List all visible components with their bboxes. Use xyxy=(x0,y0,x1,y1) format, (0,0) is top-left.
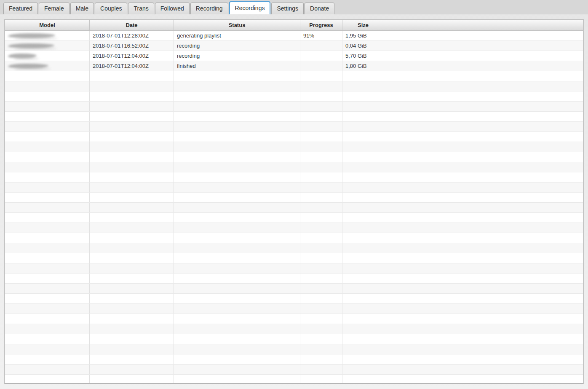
cell-size xyxy=(342,152,384,162)
cell-filler xyxy=(384,274,583,283)
cell-status xyxy=(174,193,300,202)
tab-couples[interactable]: Couples xyxy=(95,3,127,14)
cell-progress xyxy=(300,365,342,374)
column-header-model[interactable]: Model xyxy=(5,20,90,30)
cell-model xyxy=(5,365,90,374)
cell-progress xyxy=(300,274,342,283)
cell-progress xyxy=(300,41,342,51)
cell-progress xyxy=(300,61,342,71)
cell-progress xyxy=(300,102,342,111)
tab-female[interactable]: Female xyxy=(39,3,69,14)
tab-recording[interactable]: Recording xyxy=(190,3,228,14)
cell-status xyxy=(174,304,300,314)
cell-progress xyxy=(300,132,342,142)
table-row[interactable] xyxy=(5,294,583,304)
cell-filler xyxy=(384,132,583,142)
cell-date xyxy=(90,213,174,223)
column-header-size[interactable]: Size xyxy=(342,20,384,30)
table-row[interactable] xyxy=(5,354,583,365)
table-row[interactable] xyxy=(5,253,583,263)
cell-model xyxy=(5,233,90,243)
table-row[interactable] xyxy=(5,314,583,324)
cell-status xyxy=(174,142,300,152)
tab-featured[interactable]: Featured xyxy=(3,3,38,14)
cell-date xyxy=(90,193,174,202)
cell-progress xyxy=(300,91,342,101)
cell-status xyxy=(174,253,300,263)
cell-status xyxy=(174,122,300,131)
cell-progress xyxy=(300,81,342,91)
table-row[interactable] xyxy=(5,324,583,334)
table-row[interactable]: 2018-07-01T16:52:00Zrecording0,04 GiB xyxy=(5,41,583,51)
cell-status xyxy=(174,112,300,121)
cell-progress xyxy=(300,354,342,364)
table-row[interactable] xyxy=(5,274,583,284)
table-row[interactable] xyxy=(5,223,583,233)
tab-recordings[interactable]: Recordings xyxy=(229,1,271,14)
cell-progress xyxy=(300,243,342,253)
table-row[interactable] xyxy=(5,213,583,223)
table-row[interactable] xyxy=(5,91,583,102)
table-row[interactable] xyxy=(5,193,583,203)
cell-size xyxy=(342,122,384,131)
table-row[interactable] xyxy=(5,233,583,243)
table-row[interactable] xyxy=(5,102,583,112)
column-header-status[interactable]: Status xyxy=(174,20,300,30)
table-row[interactable] xyxy=(5,243,583,253)
cell-status xyxy=(174,71,300,81)
table-row[interactable] xyxy=(5,81,583,91)
tab-followed[interactable]: Followed xyxy=(155,3,190,14)
cell-filler xyxy=(384,142,583,152)
cell-date: 2018-07-01T12:04:00Z xyxy=(90,61,174,71)
table-row[interactable] xyxy=(5,152,583,162)
cell-filler xyxy=(384,344,583,354)
table-row[interactable]: 2018-07-01T12:04:00Zrecording5,70 GiB xyxy=(5,51,583,61)
tab-donate[interactable]: Donate xyxy=(305,3,334,14)
table-row[interactable] xyxy=(5,263,583,274)
table-row[interactable] xyxy=(5,122,583,132)
column-header-progress[interactable]: Progress xyxy=(300,20,342,30)
table-row[interactable] xyxy=(5,132,583,142)
table-row[interactable]: 2018-07-01T12:28:00Zgenerating playlist9… xyxy=(5,31,583,41)
cell-model xyxy=(5,71,90,81)
table-row[interactable] xyxy=(5,142,583,152)
cell-progress xyxy=(300,314,342,324)
cell-size xyxy=(342,334,384,344)
table-row[interactable] xyxy=(5,334,583,344)
redacted-model-name xyxy=(8,64,48,68)
table-row[interactable] xyxy=(5,344,583,354)
table-row[interactable] xyxy=(5,162,583,172)
tab-male[interactable]: Male xyxy=(70,3,94,14)
cell-size xyxy=(342,203,384,212)
cell-filler xyxy=(384,223,583,233)
cell-model xyxy=(5,51,90,61)
cell-model xyxy=(5,112,90,121)
table-row[interactable] xyxy=(5,304,583,314)
cell-model xyxy=(5,41,90,51)
cell-size xyxy=(342,294,384,303)
cell-status xyxy=(174,314,300,324)
table-row[interactable] xyxy=(5,284,583,294)
cell-date xyxy=(90,263,174,273)
table-row[interactable] xyxy=(5,375,583,384)
cell-progress xyxy=(300,213,342,223)
tab-trans[interactable]: Trans xyxy=(128,3,154,14)
table-row[interactable] xyxy=(5,172,583,182)
table-row[interactable] xyxy=(5,71,583,81)
cell-date xyxy=(90,354,174,364)
table-row[interactable] xyxy=(5,182,583,193)
cell-progress xyxy=(300,344,342,354)
table-row[interactable] xyxy=(5,365,583,375)
table-row[interactable] xyxy=(5,203,583,213)
cell-date xyxy=(90,375,174,384)
cell-size xyxy=(342,172,384,182)
cell-filler xyxy=(384,324,583,334)
table-row[interactable] xyxy=(5,112,583,122)
cell-model xyxy=(5,274,90,283)
column-header-date[interactable]: Date xyxy=(90,20,174,30)
cell-size xyxy=(342,112,384,121)
cell-status xyxy=(174,102,300,111)
table-row[interactable]: 2018-07-01T12:04:00Zfinished1,80 GiB xyxy=(5,61,583,71)
cell-status xyxy=(174,132,300,142)
tab-settings[interactable]: Settings xyxy=(271,3,304,14)
